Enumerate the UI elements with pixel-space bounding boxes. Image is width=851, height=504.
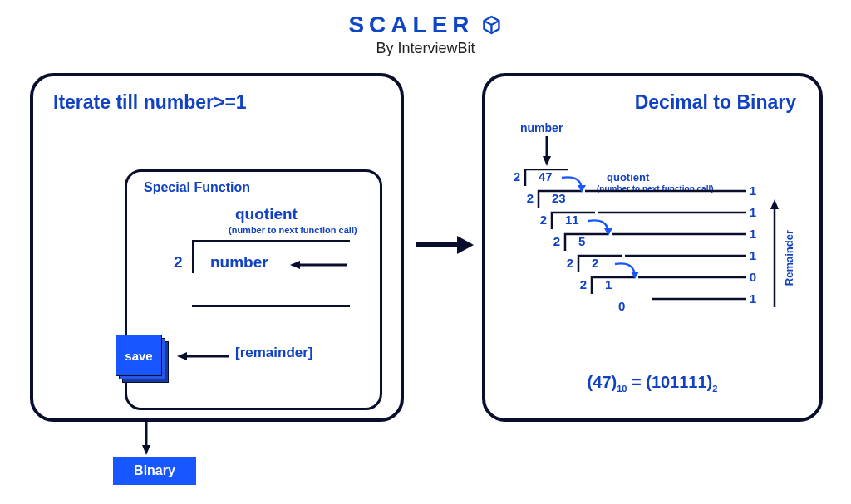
dividend-label: number (210, 253, 268, 272)
svg-text:1: 1 (750, 183, 756, 198)
result-base-10: 10 (617, 384, 627, 394)
iterate-title: Iterate till number>=1 (53, 91, 247, 114)
division-result-line (192, 305, 350, 307)
special-function-title: Special Function (144, 180, 250, 195)
svg-text:47: 47 (539, 169, 553, 183)
svg-text:1: 1 (605, 277, 612, 291)
brand-logo: SCALER (348, 12, 502, 38)
svg-text:0: 0 (618, 299, 625, 313)
brand-subtitle: By InterviewBit (348, 40, 502, 57)
save-stack: save (116, 335, 165, 384)
result-decimal: (47) (588, 373, 617, 391)
remainder-label: [remainder] (235, 345, 313, 361)
number-label: number (520, 121, 563, 135)
arrow-down-icon (540, 136, 553, 166)
svg-marker-9 (543, 156, 551, 166)
cube-icon (481, 14, 503, 36)
svg-marker-7 (457, 236, 474, 254)
division-ladder: 2472231211125122121001 (512, 169, 794, 335)
svg-text:23: 23 (552, 191, 566, 205)
binary-output-label: Binary (134, 463, 175, 478)
svg-text:1: 1 (750, 205, 756, 219)
svg-marker-1 (290, 261, 300, 269)
svg-marker-39 (770, 199, 779, 209)
arrow-left-icon (290, 258, 348, 272)
quotient-note: (number to next function call) (229, 225, 357, 235)
svg-text:1: 1 (750, 291, 756, 306)
svg-text:2: 2 (540, 213, 547, 227)
save-label: save (125, 349, 152, 363)
binary-output-badge: Binary (113, 457, 196, 485)
svg-text:0: 0 (750, 270, 756, 284)
svg-text:5: 5 (578, 234, 585, 248)
decimal-to-binary-panel: Decimal to Binary number quotient (numbe… (482, 73, 823, 422)
svg-marker-5 (142, 445, 150, 455)
brand-name: SCALER (348, 12, 474, 38)
svg-text:2: 2 (553, 234, 560, 248)
svg-text:2: 2 (514, 169, 520, 183)
svg-text:11: 11 (565, 213, 579, 227)
arrow-down-icon (140, 422, 153, 455)
d2b-title: Decimal to Binary (635, 91, 796, 114)
result-equation: (47)10 = (101111)2 (588, 373, 718, 394)
svg-text:2: 2 (567, 256, 573, 270)
save-card-front: save (116, 335, 162, 376)
divisor-value: 2 (174, 253, 183, 272)
remainder-axis-label: Remainder (783, 230, 795, 286)
svg-marker-3 (177, 352, 187, 360)
svg-text:1: 1 (750, 227, 756, 241)
svg-text:1: 1 (750, 248, 756, 262)
svg-text:2: 2 (527, 191, 534, 205)
arrow-left-icon (177, 350, 230, 363)
result-equals: = (101111) (627, 373, 712, 391)
iterate-panel: Iterate till number>=1 Special Function … (30, 73, 404, 422)
svg-text:2: 2 (580, 277, 587, 291)
arrow-right-icon (416, 232, 474, 257)
result-base-2: 2 (712, 384, 717, 394)
arrow-up-icon (768, 199, 781, 307)
svg-text:2: 2 (592, 256, 598, 270)
brand-header: SCALER By InterviewBit (348, 12, 502, 57)
special-function-box: Special Function quotient (number to nex… (125, 169, 382, 410)
quotient-label: quotient (235, 205, 298, 223)
